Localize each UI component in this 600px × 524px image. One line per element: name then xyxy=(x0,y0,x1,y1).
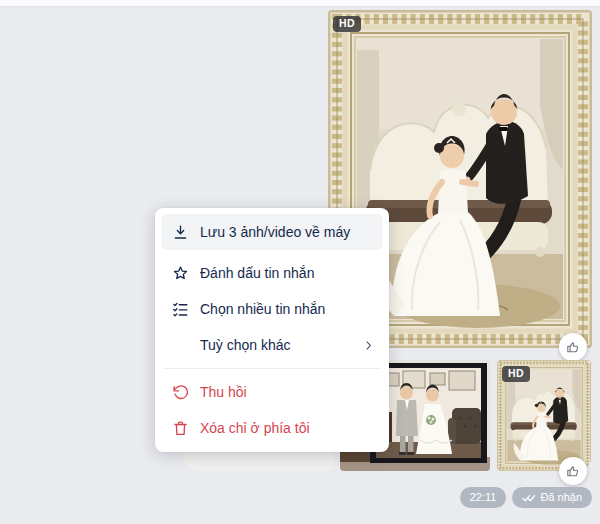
message-status-row: 22:11 Đã nhận xyxy=(460,487,592,508)
menu-item-delete-my-side[interactable]: Xóa chỉ ở phía tôi xyxy=(161,410,383,446)
thumbs-up-icon xyxy=(565,339,581,355)
menu-item-label: Lưu 3 ảnh/video về máy xyxy=(200,224,350,240)
menu-item-label: Xóa chỉ ở phía tôi xyxy=(200,420,310,436)
message-photo-thumbnail-3[interactable]: HD xyxy=(497,360,591,471)
timestamp-pill: 22:11 xyxy=(460,487,507,508)
receipt-label: Đã nhận xyxy=(540,487,582,508)
trash-icon xyxy=(170,418,190,438)
menu-item-label: Thu hồi xyxy=(200,384,247,400)
hd-badge: HD xyxy=(502,366,530,382)
chevron-right-icon xyxy=(362,339,375,352)
menu-item-label: Chọn nhiều tin nhắn xyxy=(200,301,325,317)
menu-item-select-multiple[interactable]: Chọn nhiều tin nhắn xyxy=(161,291,383,327)
menu-divider xyxy=(163,368,381,369)
undo-icon xyxy=(170,382,190,402)
star-icon xyxy=(170,263,190,283)
chat-screen: HD HD 22:11 Đã nhận xyxy=(0,0,600,524)
hd-badge: HD xyxy=(333,16,361,32)
like-button[interactable] xyxy=(559,457,587,485)
checklist-icon xyxy=(170,299,190,319)
double-check-icon xyxy=(522,493,535,503)
menu-item-mark-message[interactable]: Đánh dấu tin nhắn xyxy=(161,255,383,291)
menu-item-label: Tuỳ chọn khác xyxy=(200,337,291,353)
context-menu: Lưu 3 ảnh/video về máy Đánh dấu tin nhắn… xyxy=(155,208,389,452)
timestamp: 22:11 xyxy=(470,487,497,508)
menu-item-recall[interactable]: Thu hồi xyxy=(161,374,383,410)
menu-item-label: Đánh dấu tin nhắn xyxy=(200,265,314,281)
download-icon xyxy=(170,222,190,242)
menu-item-more-options[interactable]: Tuỳ chọn khác xyxy=(161,327,383,363)
receipt-pill: Đã nhận xyxy=(512,487,592,508)
menu-item-save-photos[interactable]: Lưu 3 ảnh/video về máy xyxy=(161,214,383,250)
thumbs-up-icon xyxy=(565,463,581,479)
like-button[interactable] xyxy=(559,333,587,361)
empty-icon-spacer xyxy=(170,335,190,355)
window-top-strip xyxy=(0,0,600,7)
